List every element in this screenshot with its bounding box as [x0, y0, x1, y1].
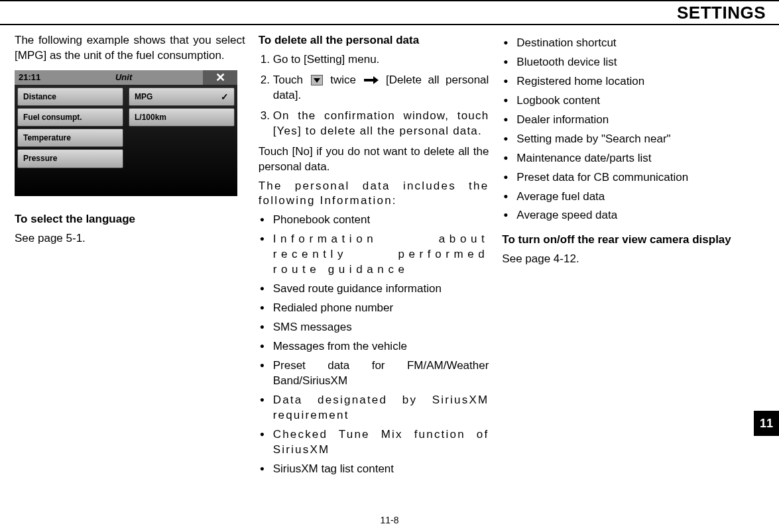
list-item: Maintenance date/parts list: [502, 151, 733, 166]
list-item: Pressure: [17, 149, 123, 168]
list-item: SMS messages: [259, 320, 489, 335]
column-3: Destination shortcut Bluetooth device li…: [502, 33, 733, 505]
personal-data-list-a: Phonebook content Information about rece…: [259, 213, 489, 476]
list-item: Average speed data: [502, 208, 733, 223]
check-icon: ✓: [221, 91, 229, 103]
list-item: L/100km: [129, 108, 235, 127]
camera-ref: See page 4-12.: [502, 252, 733, 267]
list-item: Messages from the vehicle: [259, 339, 489, 354]
language-ref: See page 5-1.: [15, 231, 245, 246]
list-item: SiriusXM tag list content: [259, 462, 489, 477]
screenshot-titlebar: 21:11 Unit ✕: [15, 70, 237, 85]
screenshot-title: Unit: [44, 72, 203, 83]
list-item: Dealer information: [502, 113, 733, 128]
list-item: Fuel consumpt.: [17, 108, 123, 127]
column-2: To delete all the personal data Go to [S…: [259, 33, 489, 505]
list-item: Setting made by "Search near": [502, 132, 733, 147]
includes-intro: The personal data includes the following…: [259, 179, 489, 209]
list-item: Temperature: [17, 129, 123, 147]
step-1: Go to [Setting] menu.: [273, 52, 489, 68]
page-number: 11-8: [0, 515, 779, 525]
list-item: Preset data for CB communication: [502, 170, 733, 186]
column-1: The following example shows that you sel…: [15, 33, 245, 505]
screenshot-time: 21:11: [15, 72, 44, 83]
close-icon: ✕: [203, 70, 237, 85]
manual-page: SETTINGS The following example shows tha…: [0, 0, 779, 532]
page-header: SETTINGS: [0, 0, 779, 25]
screenshot-right-list: MPG✓ L/100km: [126, 85, 237, 196]
list-item: Redialed phone number: [259, 301, 489, 316]
language-heading: To select the language: [15, 212, 245, 227]
arrow-right-icon: [364, 77, 379, 83]
list-item: Preset data for FM/AM/Weather Band/Siriu…: [259, 358, 489, 389]
list-item: Distance: [17, 87, 123, 106]
list-item: Saved route guidance information: [259, 282, 489, 297]
intro-text: The following example shows that you sel…: [15, 33, 245, 64]
list-item: Destination shortcut: [502, 36, 733, 51]
list-item: Checked Tune Mix function of SiriusXM: [259, 427, 489, 458]
step-3-sub: Touch [No] if you do not want to delete …: [259, 144, 489, 175]
camera-heading: To turn on/off the rear view camera disp…: [502, 233, 733, 248]
list-item: Phonebook content: [259, 213, 489, 228]
screenshot-left-list: Distance Fuel consumpt. Temperature Pres…: [15, 85, 126, 196]
list-item: MPG✓: [129, 87, 235, 106]
delete-steps: Go to [Setting] menu. Touch twice [Delet…: [259, 52, 489, 139]
content-columns: The following example shows that you sel…: [15, 33, 733, 505]
unit-screenshot: 21:11 Unit ✕ Distance Fuel consumpt. Tem…: [15, 70, 237, 196]
list-item: Data designated by SiriusXM requirement: [259, 393, 489, 423]
list-item: Information about recently performed rou…: [259, 232, 489, 278]
personal-data-list-b: Destination shortcut Bluetooth device li…: [502, 36, 733, 223]
down-arrow-icon: [311, 75, 323, 85]
step-2: Touch twice [Delete all personal data].: [273, 73, 489, 103]
section-tab: 11: [754, 411, 779, 436]
list-item: Average fuel data: [502, 189, 733, 205]
delete-heading: To delete all the personal data: [259, 33, 489, 48]
list-item: Bluetooth device list: [502, 55, 733, 70]
list-item: Logbook content: [502, 93, 733, 109]
step-3: On the confirmation window, touch [Yes] …: [273, 109, 489, 139]
page-title: SETTINGS: [677, 3, 766, 23]
screenshot-body: Distance Fuel consumpt. Temperature Pres…: [15, 85, 237, 196]
list-item: Registered home location: [502, 74, 733, 89]
